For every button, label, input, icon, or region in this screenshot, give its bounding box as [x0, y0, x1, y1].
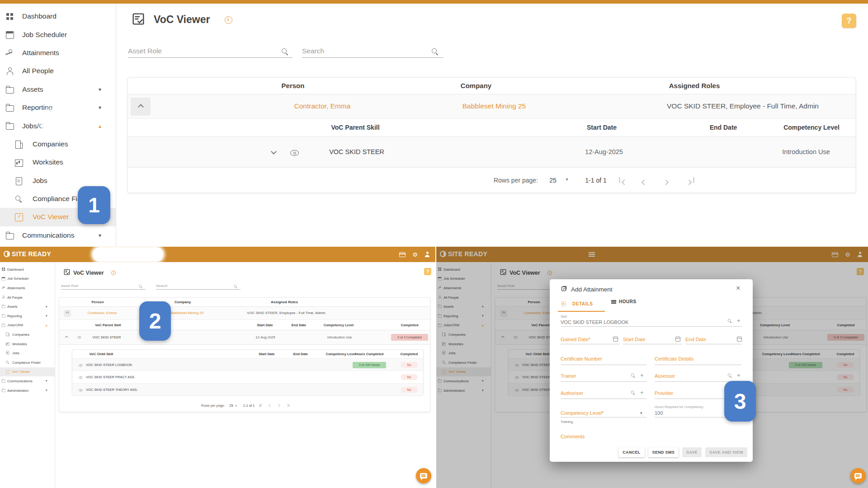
calendar-icon[interactable] — [675, 337, 680, 342]
start-date-field[interactable]: Start Date — [623, 337, 646, 342]
certificate-number-field[interactable]: Certificate Number — [561, 356, 602, 361]
add-icon[interactable]: + — [640, 372, 644, 379]
help-button[interactable]: ? — [842, 14, 856, 28]
assessor-field[interactable]: Assessor — [655, 373, 675, 379]
sidebar-item[interactable]: Reporting ▾ — [0, 311, 55, 321]
sidebar-item[interactable]: Companies — [0, 135, 116, 153]
sidebar-item[interactable]: Communications ▾ — [0, 376, 55, 386]
company-link[interactable]: Babbleset Mining 25 — [462, 102, 526, 110]
collapse-row-button[interactable] — [64, 310, 71, 317]
add-icon[interactable]: + — [737, 317, 741, 324]
sidebar-item[interactable]: Dashboard — [0, 265, 55, 274]
first-page-icon[interactable] — [623, 178, 627, 186]
billing-icon[interactable] — [399, 252, 406, 257]
child-skill-row[interactable]: VOC SKID STEER LOGBOOK 0 of 100 Hours No — [72, 359, 423, 371]
sidebar-item[interactable]: Assets ▾ — [0, 80, 116, 99]
trainer-field[interactable]: Trainer — [561, 373, 576, 379]
sidebar-item[interactable]: Compliance Finder — [0, 358, 55, 367]
search-icon[interactable] — [138, 284, 143, 289]
sidebar-item[interactable]: Administration ▾ — [0, 386, 55, 395]
rows-per-page-caret-icon[interactable]: ▾ — [566, 177, 568, 182]
search-icon[interactable] — [430, 47, 439, 56]
sidebar-item[interactable]: Attainments — [0, 44, 116, 62]
sidebar-item[interactable]: All People — [0, 293, 55, 302]
expand-caret-icon[interactable]: ▾ — [99, 232, 101, 239]
search-icon[interactable] — [727, 373, 732, 378]
next-page-icon[interactable] — [278, 404, 280, 408]
search-icon[interactable] — [233, 284, 238, 289]
rows-per-page-value[interactable]: 25 — [549, 177, 557, 184]
tab-details[interactable]: DETAILS — [561, 299, 593, 308]
view-skill-icon[interactable] — [77, 335, 81, 339]
sidebar-item[interactable]: Worksites — [0, 153, 116, 171]
rows-per-page-caret-icon[interactable]: ▾ — [236, 404, 237, 407]
expand-caret-icon[interactable]: ▾ — [99, 104, 101, 111]
rows-per-page-value[interactable]: 25 — [229, 404, 233, 408]
company-link[interactable]: Babbleset Mining 25 — [171, 311, 204, 315]
person-row[interactable]: Contractor, Emma Babbleset Mining 25 VOC… — [128, 94, 855, 119]
expand-caret-icon[interactable]: ▾ — [99, 86, 101, 93]
person-row[interactable]: Contractor, Emma Babbleset Mining 25 VOC… — [59, 307, 430, 320]
previous-page-icon[interactable] — [269, 404, 272, 408]
first-page-icon[interactable] — [261, 404, 263, 408]
info-icon[interactable] — [225, 16, 232, 24]
send-sms-button[interactable]: SEND SMS — [648, 447, 679, 457]
gained-date-field[interactable]: Gained Date* — [561, 337, 590, 342]
save-button[interactable]: SAVE — [682, 447, 702, 457]
save-and-view-button[interactable]: SAVE AND VIEW — [705, 447, 747, 457]
next-page-icon[interactable] — [664, 178, 668, 186]
sidebar-item[interactable]: Attainments — [0, 283, 55, 293]
chat-bubble-button[interactable] — [416, 468, 431, 483]
sidebar-item[interactable]: VoC Viewer — [0, 367, 55, 377]
expand-caret-icon[interactable]: ▴ — [46, 324, 47, 327]
provider-field[interactable]: Provider — [655, 390, 673, 396]
search-input[interactable] — [302, 44, 443, 58]
tab-hours[interactable]: HOURS — [611, 299, 637, 304]
expand-caret-icon[interactable]: ▾ — [46, 314, 47, 318]
search-placeholder[interactable]: Search — [156, 284, 167, 288]
account-icon[interactable] — [425, 252, 430, 257]
view-skill-icon[interactable] — [79, 363, 82, 367]
search-icon[interactable] — [727, 318, 732, 324]
help-button[interactable]: ? — [424, 268, 431, 275]
sidebar-item[interactable]: Assets ▾ — [0, 302, 55, 311]
collapse-row-button[interactable] — [131, 98, 151, 116]
last-page-icon[interactable] — [286, 404, 288, 408]
expand-caret-icon[interactable]: ▴ — [99, 123, 101, 129]
last-page-icon[interactable] — [687, 178, 691, 186]
sidebar-item[interactable]: Companies — [0, 330, 55, 339]
asset-role-input[interactable] — [128, 44, 292, 58]
expand-caret-icon[interactable]: ▾ — [46, 379, 47, 383]
add-icon[interactable]: + — [640, 389, 644, 396]
search-icon[interactable] — [630, 390, 636, 395]
chevron-down-icon[interactable] — [271, 149, 277, 155]
asset-role-placeholder[interactable]: Asset Role — [61, 284, 79, 288]
authoriser-field[interactable]: Authoriser — [561, 390, 583, 396]
sidebar-item[interactable]: All People — [0, 62, 116, 80]
comments-field[interactable]: Comments — [561, 434, 585, 439]
person-link[interactable]: Contractor, Emma — [294, 102, 351, 110]
sidebar-item[interactable]: Job Scheduler — [0, 25, 116, 43]
cancel-button[interactable]: CANCEL — [618, 447, 644, 457]
chevron-up-icon[interactable] — [65, 336, 68, 339]
close-icon[interactable]: × — [736, 284, 740, 292]
dropdown-caret-icon[interactable]: ▾ — [640, 411, 642, 415]
sidebar-item[interactable]: Dashboard — [0, 7, 116, 25]
competency-level-field[interactable]: Competency Level* — [561, 410, 604, 416]
parent-skill-row[interactable]: VOC SKID STEER 12-Aug-2025 Introduction … — [59, 330, 430, 345]
info-icon[interactable] — [111, 271, 116, 275]
calendar-icon[interactable] — [613, 337, 618, 342]
previous-page-icon[interactable] — [642, 178, 646, 186]
view-skill-icon[interactable] — [79, 388, 82, 392]
certificate-details-field[interactable]: Certificate Details — [655, 356, 693, 361]
parent-skill-row[interactable]: VOC SKID STEER 12-Aug-2025 Introduction … — [128, 137, 855, 168]
sidebar-item[interactable]: Communications ▾ — [0, 226, 116, 244]
sidebar-item[interactable]: Job Scheduler — [0, 274, 55, 284]
view-skill-icon[interactable] — [79, 375, 82, 379]
child-skill-row[interactable]: VOC SKID STEER THEORY ASS. No — [72, 384, 423, 396]
expand-caret-icon[interactable]: ▾ — [46, 305, 47, 309]
person-link[interactable]: Contractor, Emma — [88, 311, 117, 315]
add-icon[interactable]: + — [737, 372, 741, 379]
hours-required-value[interactable]: 100 — [655, 410, 663, 416]
sidebar-item[interactable]: Jobs — [0, 348, 55, 358]
